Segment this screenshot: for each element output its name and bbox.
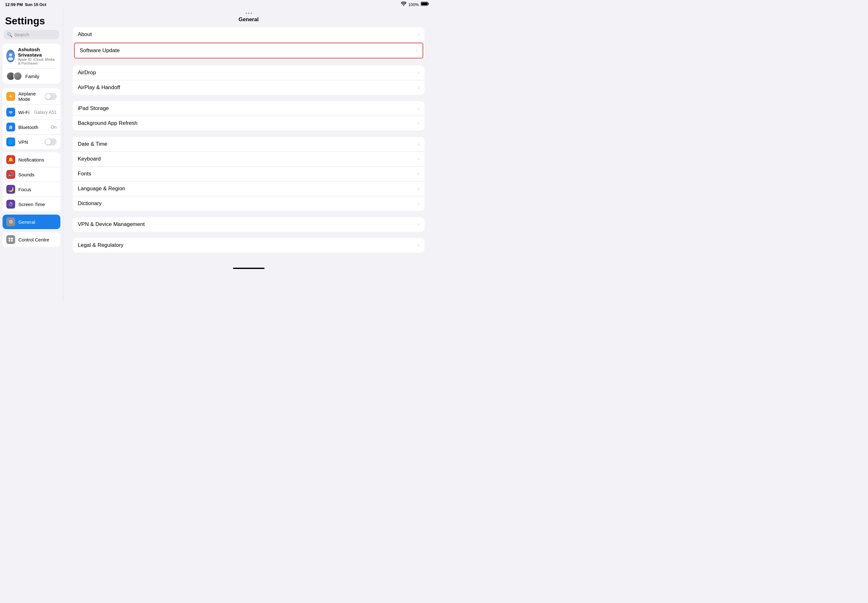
battery-percent: 100% <box>408 2 419 7</box>
sidebar: Settings 🔍 Search Ashutosh Srivastava Ap… <box>0 9 63 302</box>
sidebar-item-bluetooth[interactable]: B Bluetooth On <box>3 120 60 135</box>
svg-rect-2 <box>428 3 429 5</box>
sidebar-item-wifi[interactable]: Wi-Fi Galaxy A51 <box>3 105 60 120</box>
datetime-label: Date & Time <box>78 141 418 147</box>
language-chevron: › <box>418 186 419 192</box>
avatar <box>6 49 15 62</box>
detail-item-airdrop[interactable]: AirDrop › <box>73 65 424 80</box>
detail-panel: General About › Software Update › AirDro… <box>63 9 434 302</box>
airplay-label: AirPlay & Handoff <box>78 84 418 91</box>
fonts-chevron: › <box>418 171 419 177</box>
sidebar-item-notifications[interactable]: 🔔 Notifications <box>3 152 60 167</box>
sidebar-item-focus[interactable]: 🌙 Focus <box>3 182 60 197</box>
detail-item-keyboard[interactable]: Keyboard › <box>73 152 424 167</box>
search-placeholder: Search <box>14 32 29 37</box>
detail-item-softwareupdate[interactable]: Software Update › <box>74 43 423 59</box>
profile-main: Ashutosh Srivastava Apple ID, iCloud, Me… <box>6 47 57 69</box>
notifications-icon: 🔔 <box>6 155 15 164</box>
sidebar-item-airplane[interactable]: ✈ Airplane Mode <box>3 88 60 105</box>
detail-item-backgroundrefresh[interactable]: Background App Refresh › <box>73 116 424 130</box>
bluetooth-value: On <box>51 125 57 130</box>
screentime-label: Screen Time <box>19 202 57 207</box>
detail-group-4: Date & Time › Keyboard › Fonts › Languag… <box>73 137 424 211</box>
detail-item-legal[interactable]: Legal & Regulatory › <box>73 238 424 252</box>
svg-point-5 <box>8 57 13 61</box>
focus-icon: 🌙 <box>6 185 15 194</box>
ipadstorage-chevron: › <box>418 105 419 111</box>
backgroundrefresh-label: Background App Refresh <box>78 120 418 127</box>
controlcentre-group: Control Centre <box>3 232 60 247</box>
search-bar[interactable]: 🔍 Search <box>4 30 59 39</box>
sidebar-item-vpn[interactable]: 🌐 VPN <box>3 135 60 149</box>
status-date: Sun 15 Oct <box>25 2 46 7</box>
controlcentre-icon <box>6 235 15 244</box>
svg-point-4 <box>9 53 12 56</box>
sidebar-item-general[interactable]: ⚙ General <box>3 215 60 229</box>
softwareupdate-label: Software Update <box>80 47 416 54</box>
about-label: About <box>78 31 418 38</box>
language-label: Language & Region <box>78 186 418 192</box>
battery-icon <box>421 2 429 7</box>
sidebar-item-sounds[interactable]: 🔊 Sounds <box>3 167 60 182</box>
airplay-chevron: › <box>418 85 419 90</box>
focus-label: Focus <box>19 187 57 192</box>
wifi-label: Wi-Fi <box>19 110 31 115</box>
svg-rect-8 <box>9 240 11 241</box>
bottom-indicator <box>63 265 434 270</box>
keyboard-label: Keyboard <box>78 156 418 162</box>
detail-header: General <box>63 9 434 27</box>
sidebar-item-screentime[interactable]: ⏱ Screen Time <box>3 197 60 212</box>
detail-item-about[interactable]: About › <box>73 27 424 42</box>
sidebar-item-controlcentre[interactable]: Control Centre <box>3 232 60 247</box>
about-chevron: › <box>418 32 419 37</box>
sidebar-title: Settings <box>0 12 63 30</box>
main-layout: Settings 🔍 Search Ashutosh Srivastava Ap… <box>0 9 434 302</box>
detail-item-language[interactable]: Language & Region › <box>73 181 424 196</box>
profile-subtitle: Apple ID, iCloud, Media & Purchases <box>18 57 57 65</box>
vpnmanagement-label: VPN & Device Management <box>78 221 418 227</box>
profile-info: Ashutosh Srivastava Apple ID, iCloud, Me… <box>18 47 57 65</box>
vpnmanagement-chevron: › <box>418 221 419 227</box>
profile-family[interactable]: Family <box>6 69 57 80</box>
dictionary-label: Dictionary <box>78 200 418 207</box>
detail-group-1: About › Software Update › <box>73 27 424 59</box>
screentime-icon: ⏱ <box>6 200 15 209</box>
detail-item-fonts[interactable]: Fonts › <box>73 167 424 181</box>
detail-group-2: AirDrop › AirPlay & Handoff › <box>73 65 424 95</box>
svg-rect-7 <box>11 238 13 240</box>
general-label: General <box>19 220 57 225</box>
detail-item-airplay[interactable]: AirPlay & Handoff › <box>73 80 424 95</box>
detail-title: General <box>63 16 434 23</box>
detail-group-3: iPad Storage › Background App Refresh › <box>73 101 424 130</box>
ipadstorage-label: iPad Storage <box>78 105 418 111</box>
family-label: Family <box>25 74 39 79</box>
legal-label: Legal & Regulatory <box>78 242 418 248</box>
wifi-value: Galaxy A51 <box>34 110 57 115</box>
detail-item-ipadstorage[interactable]: iPad Storage › <box>73 101 424 116</box>
detail-group-5: VPN & Device Management › <box>73 217 424 232</box>
datetime-chevron: › <box>418 141 419 147</box>
svg-rect-9 <box>11 240 13 241</box>
connectivity-group: ✈ Airplane Mode Wi-Fi Galaxy A51 <box>3 88 60 149</box>
dot-3 <box>251 12 252 14</box>
wifi-settings-icon <box>6 108 15 117</box>
status-indicators: 100% <box>401 2 429 7</box>
bluetooth-icon: B <box>6 123 15 131</box>
detail-item-vpnmanagement[interactable]: VPN & Device Management › <box>73 217 424 232</box>
keyboard-chevron: › <box>418 156 419 162</box>
status-time: 12:59 PM <box>5 2 23 7</box>
legal-chevron: › <box>418 243 419 248</box>
profile-section[interactable]: Ashutosh Srivastava Apple ID, iCloud, Me… <box>3 43 60 84</box>
airplane-toggle[interactable] <box>45 93 57 100</box>
status-bar: 12:59 PM Sun 15 Oct 100% <box>0 0 434 9</box>
fonts-label: Fonts <box>78 171 418 177</box>
family-avatars <box>6 72 22 80</box>
bluetooth-label: Bluetooth <box>19 125 47 130</box>
vpn-toggle[interactable] <box>45 138 57 145</box>
detail-item-datetime[interactable]: Date & Time › <box>73 137 424 152</box>
detail-item-dictionary[interactable]: Dictionary › <box>73 196 424 211</box>
general-group: ⚙ General <box>3 215 60 229</box>
svg-rect-6 <box>9 238 11 240</box>
vpn-label: VPN <box>19 139 42 145</box>
family-avatar-2 <box>13 72 22 80</box>
